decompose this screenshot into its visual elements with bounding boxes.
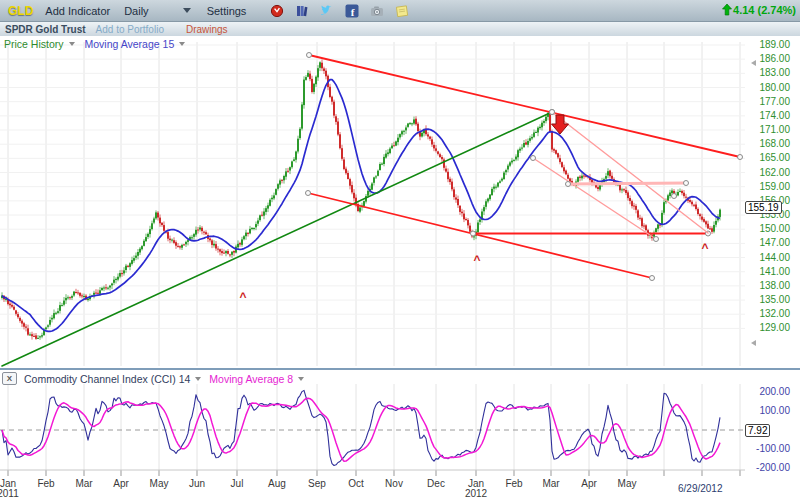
month-label: Jul [222,478,252,489]
chevron-down-icon [179,42,185,46]
twitter-icon[interactable] [320,4,334,18]
month-label: May [612,478,642,489]
cci-dropdown[interactable]: Commodity Channel Index (CCI) 14 [24,373,190,385]
collapse-axis-icon[interactable] [751,340,756,346]
price-axis-label: 144.00 [750,253,790,263]
price-axis-label: 168.00 [750,139,790,149]
month-label: Nov [379,478,409,489]
month-label: Sep [302,478,332,489]
cci-axis-label: -100.00 [750,444,790,454]
cci-axis-label: 200.00 [750,387,790,397]
cci-ma-dropdown[interactable]: Moving Average 8 [209,373,293,385]
alerts-icon[interactable] [270,4,284,18]
anchor-point[interactable] [471,231,476,236]
anchor-point[interactable] [654,237,659,242]
month-label: Feb [31,478,61,489]
year-label: 2011 [0,488,23,499]
anchor-point[interactable] [307,53,312,58]
month-label: Apr [574,478,604,489]
symbol-subbar: SPDR Gold Trust Add to Portfolio Drawing… [0,22,800,36]
up-arrow-icon [722,4,732,16]
anchor-point[interactable] [550,110,555,115]
price-axis-label: 159.00 [750,182,790,192]
notes-icon[interactable] [395,4,409,18]
end-date-label: 6/29/2012 [678,483,723,494]
price-pane-header: Price History Moving Average 15 [4,38,185,50]
cci-value-marker: 7.92 [745,424,770,437]
toolbar-icons: f [270,4,409,18]
timeframe-dropdown[interactable]: Daily [124,5,190,17]
timeframe-label: Daily [124,5,148,17]
month-label: May [144,478,174,489]
month-label: Aug [262,478,292,489]
price-axis-label: 177.00 [750,97,790,107]
anchor-point[interactable] [566,182,571,187]
library-icon[interactable] [295,4,309,18]
alert-caret-marker[interactable]: ^ [239,290,246,304]
anchor-point[interactable] [684,181,689,186]
price-axis-label: 138.00 [750,281,790,291]
camera-icon[interactable] [370,4,384,18]
add-to-portfolio-button[interactable]: Add to Portfolio [96,24,164,35]
charting-app: ^^^ GLD Add Indicator Daily Settings [0,0,800,501]
last-price-marker: 155.19 [745,201,782,214]
price-axis-label: 189.00 [750,40,790,50]
year-label: 2012 [461,488,491,499]
facebook-icon[interactable]: f [345,4,359,18]
month-label: Jun [182,478,212,489]
anchor-point[interactable] [306,191,311,196]
price-change-indicator: 4.14 (2.74%) [722,4,796,16]
cci-axis-label: 100.00 [750,406,790,416]
company-name: SPDR Gold Trust [5,24,86,35]
chevron-down-icon [69,42,75,46]
price-axis-label: 171.00 [750,125,790,135]
pane-divider [0,368,800,370]
price-axis-label: 135.00 [750,295,790,305]
month-label: Mar [536,478,566,489]
pink-resistance-line[interactable] [568,183,686,184]
downtrend-upper-line[interactable] [309,55,740,157]
price-history-dropdown[interactable]: Price History [4,38,64,50]
down-arrow-marker[interactable] [552,115,569,134]
chevron-down-icon [183,8,191,13]
anchor-point[interactable] [672,194,677,199]
month-label: Apr [106,478,136,489]
add-indicator-button[interactable]: Add Indicator [45,5,110,17]
cci-pane-header: X Commodity Channel Index (CCI) 14 Movin… [2,372,304,385]
price-axis-label: 132.00 [750,309,790,319]
price-axis-label: 165.00 [750,153,790,163]
settings-button[interactable]: Settings [207,5,247,17]
change-value: 4.14 (2.74%) [733,4,796,16]
price-axis-label: 183.00 [750,68,790,78]
price-axis-label: 162.00 [750,168,790,178]
price-axis-label: 180.00 [750,83,790,93]
chevron-down-icon [298,377,304,381]
moving-average-dropdown[interactable]: Moving Average 15 [85,38,175,50]
anchor-point[interactable] [531,156,536,161]
chart-canvas[interactable]: ^^^ [0,0,800,501]
close-indicator-button[interactable]: X [2,372,17,385]
month-label: Mar [69,478,99,489]
price-axis-label: 150.00 [750,224,790,234]
alert-caret-marker[interactable]: ^ [473,253,480,267]
anchor-point[interactable] [650,276,655,281]
price-axis-label: 141.00 [750,267,790,277]
drawings-button[interactable]: Drawings [186,24,228,35]
price-axis-label: 147.00 [750,238,790,248]
chevron-down-icon [195,377,201,381]
anchor-point[interactable] [738,155,743,160]
month-label: Feb [499,478,529,489]
symbol-label: GLD [8,4,33,18]
price-axis-label: 129.00 [750,323,790,333]
svg-text:f: f [351,5,355,17]
top-toolbar: GLD Add Indicator Daily Settings f [0,0,800,22]
month-label: Oct [341,478,371,489]
month-label: Dec [421,478,451,489]
cci-axis-label: -200.00 [750,463,790,473]
price-axis-label: 186.00 [750,54,790,64]
alert-caret-marker[interactable]: ^ [701,241,708,255]
price-axis-label: 174.00 [750,111,790,121]
